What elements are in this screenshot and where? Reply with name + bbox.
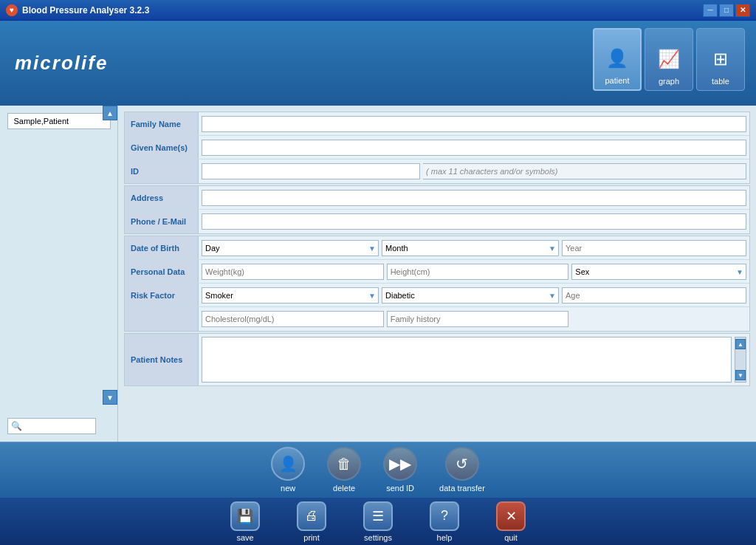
- personal-data-inputs: Sex ▼: [199, 260, 749, 283]
- notes-row: Patient Notes ▲ ▼: [125, 334, 749, 385]
- section-notes: Patient Notes ▲ ▼: [124, 333, 750, 386]
- data-transfer-button[interactable]: ↺ data transfer: [439, 447, 485, 493]
- family-name-row: Family Name: [125, 112, 749, 136]
- notes-label: Patient Notes: [125, 334, 199, 385]
- id-label: ID: [125, 160, 199, 183]
- minimize-button[interactable]: ─: [703, 4, 718, 17]
- phone-row: Phone / E-Mail: [125, 210, 749, 233]
- diabetic-select[interactable]: Diabetic: [382, 287, 559, 304]
- settings-label: settings: [364, 533, 392, 542]
- address-inputs: [199, 186, 749, 209]
- day-select[interactable]: Day: [202, 240, 379, 256]
- delete-button[interactable]: 🗑 delete: [327, 447, 361, 493]
- notes-scrollbar: ▲ ▼: [735, 337, 746, 383]
- cholesterol-row: [125, 307, 749, 331]
- print-button[interactable]: 🖨 print: [297, 501, 326, 542]
- notes-scroll-up-button[interactable]: ▲: [735, 339, 746, 349]
- cholesterol-input[interactable]: [202, 311, 384, 327]
- month-select[interactable]: Month: [382, 240, 559, 256]
- family-history-input[interactable]: [387, 311, 569, 327]
- quit-button[interactable]: ✕ quit: [496, 501, 526, 542]
- address-input[interactable]: [202, 190, 746, 206]
- delete-label: delete: [333, 484, 355, 493]
- family-name-inputs: [199, 112, 749, 135]
- title-bar: ♥ Blood Pressure Analyser 3.2.3 ─ □ ✕: [0, 0, 756, 21]
- personal-data-row: Personal Data Sex ▼: [125, 260, 749, 284]
- print-label: print: [303, 533, 319, 542]
- nav-table-button[interactable]: ⊞ table: [696, 28, 745, 91]
- notes-textarea[interactable]: [202, 337, 732, 383]
- nav-buttons: 👤 patient 📈 graph ⊞ table: [593, 28, 745, 91]
- notes-inputs: ▲ ▼: [199, 334, 749, 385]
- close-button[interactable]: ✕: [735, 4, 750, 17]
- patient-list-item[interactable]: Sample,Patient: [7, 113, 111, 129]
- dob-inputs: Day ▼ Month ▼: [199, 236, 749, 259]
- phone-input[interactable]: [202, 213, 746, 230]
- patient-icon: 👤: [602, 44, 632, 73]
- notes-scroll-down-button[interactable]: ▼: [735, 370, 746, 380]
- sidebar: ▲ Sample,Patient ▼ 🔍: [0, 106, 118, 442]
- id-hint: ( max 11 characters and/or symbols): [423, 163, 746, 179]
- print-icon: 🖨: [297, 501, 326, 531]
- save-icon: 💾: [230, 501, 260, 531]
- help-icon: ?: [430, 501, 459, 531]
- toolbar2: 💾 save 🖨 print ☰ settings ? help ✕ quit: [0, 497, 756, 545]
- id-inputs: ( max 11 characters and/or symbols): [199, 160, 749, 183]
- header: microlife 👤 patient 📈 graph ⊞ table: [0, 21, 756, 106]
- sidebar-scroll-down-button[interactable]: ▼: [103, 390, 117, 405]
- risk-factor-label: Risk Factor: [125, 284, 199, 306]
- id-row: ID ( max 11 characters and/or symbols): [125, 160, 749, 183]
- send-id-label: send ID: [386, 484, 414, 493]
- window-controls: ─ □ ✕: [703, 4, 750, 17]
- delete-icon: 🗑: [327, 447, 361, 481]
- maximize-button[interactable]: □: [719, 4, 734, 17]
- toolbar1: 👤 new 🗑 delete ▶▶ send ID ↺ data transfe…: [0, 442, 756, 497]
- smoker-select-wrap: Smoker ▼: [202, 287, 379, 304]
- section-contact: Address Phone / E-Mail: [124, 185, 750, 234]
- height-input[interactable]: [387, 264, 569, 280]
- quit-label: quit: [504, 533, 518, 542]
- search-box: 🔍: [7, 418, 96, 434]
- given-name-row: Given Name(s): [125, 136, 749, 160]
- data-transfer-label: data transfer: [439, 484, 485, 493]
- nav-table-label: table: [712, 77, 729, 86]
- main-content: ▲ Sample,Patient ▼ 🔍 Family Name Given N…: [0, 106, 756, 442]
- weight-input[interactable]: [202, 264, 384, 280]
- day-select-wrap: Day ▼: [202, 240, 379, 256]
- smoker-select[interactable]: Smoker: [202, 287, 379, 304]
- section-personal: Date of Birth Day ▼ Month ▼: [124, 236, 750, 332]
- section-identity: Family Name Given Name(s) ID ( max 11 ch…: [124, 112, 750, 184]
- given-name-label: Given Name(s): [125, 136, 199, 159]
- age-input[interactable]: [562, 287, 746, 304]
- id-input[interactable]: [202, 163, 420, 179]
- family-name-input[interactable]: [202, 116, 746, 132]
- table-icon: ⊞: [706, 44, 735, 74]
- new-button[interactable]: 👤 new: [271, 447, 305, 493]
- send-id-button[interactable]: ▶▶ send ID: [383, 447, 417, 493]
- nav-graph-button[interactable]: 📈 graph: [645, 28, 693, 91]
- personal-data-label: Personal Data: [125, 260, 199, 283]
- phone-label: Phone / E-Mail: [125, 210, 199, 233]
- sex-select[interactable]: Sex: [571, 264, 746, 280]
- search-input[interactable]: [25, 422, 95, 431]
- diabetic-select-wrap: Diabetic ▼: [382, 287, 559, 304]
- month-select-wrap: Month ▼: [382, 240, 559, 256]
- nav-patient-button[interactable]: 👤 patient: [593, 28, 642, 91]
- save-button[interactable]: 💾 save: [230, 501, 260, 542]
- new-icon: 👤: [271, 447, 305, 481]
- form-area: Family Name Given Name(s) ID ( max 11 ch…: [118, 106, 756, 442]
- send-id-icon: ▶▶: [383, 447, 417, 481]
- given-name-inputs: [199, 136, 749, 159]
- graph-icon: 📈: [654, 44, 684, 74]
- settings-button[interactable]: ☰ settings: [363, 501, 393, 542]
- help-button[interactable]: ? help: [430, 501, 459, 542]
- given-name-input[interactable]: [202, 140, 746, 156]
- quit-icon: ✕: [496, 501, 526, 531]
- sidebar-scroll-up-button[interactable]: ▲: [103, 106, 117, 120]
- address-row: Address: [125, 186, 749, 210]
- new-label: new: [281, 484, 295, 493]
- nav-graph-label: graph: [659, 77, 679, 86]
- year-input[interactable]: [562, 240, 746, 256]
- settings-icon: ☰: [363, 501, 393, 531]
- search-icon: 🔍: [8, 419, 25, 433]
